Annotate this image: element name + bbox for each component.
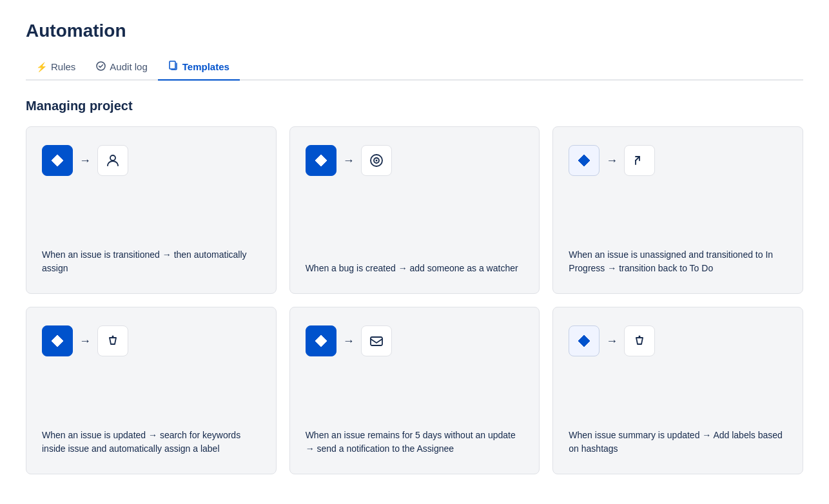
card-4-description: When an issue is updated → search for ke…	[42, 429, 260, 456]
template-card-5[interactable]: → When an issue remains for 5 days witho…	[289, 307, 540, 474]
template-card-2[interactable]: → When a bug is created → add someone as…	[289, 126, 540, 294]
card-2-icons: →	[306, 145, 524, 176]
card-6-icons: →	[569, 325, 787, 356]
template-card-6[interactable]: → When issue summary is updated → Add la…	[552, 307, 803, 474]
arrow-icon-6: →	[606, 334, 618, 348]
arrow-icon-4: →	[79, 334, 91, 348]
template-card-3[interactable]: → When an issue is unassigned and transi…	[552, 126, 803, 294]
action-icon-6	[624, 325, 655, 356]
tab-audit-log[interactable]: Audit log	[86, 55, 157, 81]
trigger-icon-1	[42, 145, 73, 176]
tab-rules[interactable]: ⚡ Rules	[26, 55, 86, 80]
action-icon-5	[361, 325, 392, 356]
arrow-icon-3: →	[606, 154, 618, 168]
svg-rect-7	[371, 337, 382, 345]
trigger-icon-6	[569, 325, 600, 356]
svg-point-5	[375, 160, 377, 162]
svg-rect-1	[170, 61, 175, 69]
trigger-icon-3	[569, 145, 600, 176]
lightning-icon: ⚡	[36, 62, 47, 72]
card-5-icons: →	[306, 325, 524, 356]
card-5-description: When an issue remains for 5 days without…	[306, 429, 524, 456]
action-icon-2	[361, 145, 392, 176]
page-title: Automation	[26, 21, 803, 41]
action-icon-3	[624, 145, 655, 176]
tabs-nav: ⚡ Rules Audit log Templates	[26, 54, 803, 81]
trigger-icon-2	[306, 145, 336, 176]
card-2-description: When a bug is created → add someone as a…	[306, 262, 524, 275]
action-icon-4	[97, 325, 128, 356]
trigger-icon-5	[306, 325, 336, 356]
template-card-1[interactable]: → When an issue is transitioned → then a…	[26, 126, 277, 294]
card-1-icons: →	[42, 145, 260, 176]
svg-point-6	[112, 336, 114, 338]
trigger-icon-4	[42, 325, 73, 356]
templates-icon	[168, 61, 179, 73]
card-6-description: When issue summary is updated → Add labe…	[569, 429, 787, 456]
card-1-description: When an issue is transitioned → then aut…	[42, 248, 260, 275]
card-3-icons: →	[569, 145, 787, 176]
action-icon-1	[97, 145, 128, 176]
arrow-icon-5: →	[343, 334, 355, 348]
arrow-icon-1: →	[79, 154, 91, 168]
template-card-4[interactable]: → When an issue is updated → search for …	[26, 307, 277, 474]
svg-point-2	[110, 155, 115, 160]
cards-grid: → When an issue is transitioned → then a…	[26, 126, 803, 474]
check-circle-icon	[96, 61, 106, 73]
section-title: Managing project	[26, 99, 803, 113]
tab-templates[interactable]: Templates	[158, 54, 240, 81]
card-4-icons: →	[42, 325, 260, 356]
svg-point-8	[639, 336, 641, 338]
card-3-description: When an issue is unassigned and transiti…	[569, 248, 787, 275]
arrow-icon-2: →	[343, 154, 355, 168]
